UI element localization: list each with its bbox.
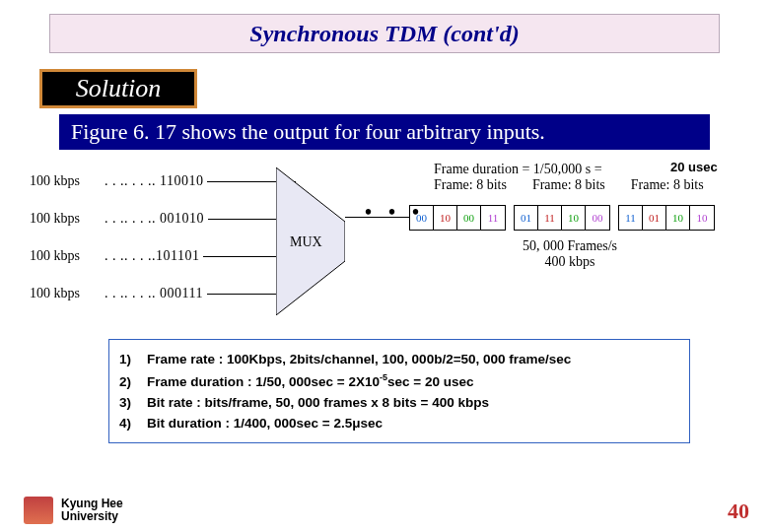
input-line-3: 100 kbps . . .. . . ..101101 — [30, 248, 292, 264]
input-bits-3: . . .. . . ..101101 — [105, 248, 199, 264]
figure-caption: Figure 6. 17 shows the output for four a… — [71, 119, 545, 145]
f2c2: 11 — [538, 206, 562, 230]
f2c4: 00 — [586, 206, 609, 230]
calculations-box: 1) Frame rate : 100Kbps, 2bits/channel, … — [108, 339, 690, 443]
frame-2: 01 11 10 00 — [514, 205, 610, 231]
input-rate-1: 100 kbps — [30, 173, 99, 189]
input-bits-2: . . .. . . .. 001010 — [105, 211, 204, 227]
frame-annotation: Frame duration = 1/50,000 s = Frame: 8 b… — [434, 162, 704, 193]
input-rate-4: 100 kbps — [30, 286, 99, 301]
f3c3: 10 — [666, 206, 690, 230]
input-line-4: 100 kbps . . .. . . .. 000111 — [30, 286, 296, 301]
calc-text-4: Bit duration : 1/400, 000sec = 2.5μsec — [147, 416, 383, 431]
input-rate-3: 100 kbps — [30, 248, 99, 264]
frame-bits-1: Frame: 8 bits — [434, 177, 507, 193]
calc-num-2: 2) — [119, 374, 147, 389]
output-frames: 00 10 00 11 01 11 10 00 11 01 10 10 — [409, 205, 715, 231]
calc-num-3: 3) — [119, 395, 147, 410]
mux-label: MUX — [290, 234, 322, 250]
f1c4: 11 — [481, 206, 505, 230]
f2c3: 10 — [562, 206, 586, 230]
calc-row-2: 2) Frame duration : 1/50, 000sec = 2X10-… — [119, 372, 679, 389]
out-rate-1: 50, 000 Frames/s — [523, 238, 617, 254]
out-rate-2: 400 kbps — [523, 254, 617, 270]
f1c2: 10 — [434, 206, 457, 230]
title-contd: (cont'd) — [443, 21, 519, 46]
frame-bits-2: Frame: 8 bits — [532, 177, 605, 193]
slide-title: Synchronous TDM (cont'd) — [49, 14, 720, 53]
calc-text-2: Frame duration : 1/50, 000sec = 2X10-5se… — [147, 372, 473, 389]
figure-caption-bar: Figure 6. 17 shows the output for four a… — [59, 114, 710, 150]
footer-text: Kyung Hee University — [61, 498, 123, 523]
input-bits-4: . . .. . . .. 000111 — [105, 286, 203, 301]
calc-text-1: Frame rate : 100Kbps, 2bits/channel, 100… — [147, 352, 571, 366]
calc-num-4: 4) — [119, 416, 147, 431]
title-text: Synchronous TDM (cont'd) — [249, 21, 519, 47]
calc-row-4: 4) Bit duration : 1/400, 000sec = 2.5μse… — [119, 416, 679, 431]
f1c1: 00 — [410, 206, 434, 230]
footer: Kyung Hee University — [24, 497, 123, 524]
mux-block: MUX — [276, 167, 345, 315]
input-rate-2: 100 kbps — [30, 211, 99, 227]
tdm-diagram: 100 kbps . . .. . . .. 110010 100 kbps .… — [30, 158, 739, 335]
calc-row-1: 1) Frame rate : 100Kbps, 2bits/channel, … — [119, 352, 679, 366]
output-rate: 50, 000 Frames/s 400 kbps — [523, 238, 617, 270]
input-bits-1: . . .. . . .. 110010 — [105, 173, 203, 189]
f1c3: 00 — [457, 206, 481, 230]
footer-line-2: University — [61, 510, 123, 523]
frame-duration-text: Frame duration = 1/50,000 s = — [434, 162, 704, 177]
university-logo-icon — [24, 497, 53, 524]
frame-3: 11 01 10 10 — [618, 205, 715, 231]
page-number: 40 — [728, 499, 749, 524]
calc-text-3: Bit rate : bits/frame, 50, 000 frames x … — [147, 395, 489, 410]
f2c1: 01 — [515, 206, 538, 230]
input-line-2: 100 kbps . . .. . . .. 001010 — [30, 211, 297, 227]
usec-annotation: 20 usec — [670, 160, 718, 174]
calc-row-3: 3) Bit rate : bits/frame, 50, 000 frames… — [119, 395, 679, 410]
f3c2: 01 — [643, 206, 666, 230]
solution-label-box: Solution — [39, 69, 197, 108]
title-main: Synchronous TDM — [249, 21, 443, 46]
frame-1: 00 10 00 11 — [409, 205, 506, 231]
input-line-1: 100 kbps . . .. . . .. 110010 — [30, 173, 296, 189]
frame-bits-3: Frame: 8 bits — [631, 177, 704, 193]
calc-text-2b: sec = 20 usec — [387, 374, 473, 389]
f3c1: 11 — [619, 206, 643, 230]
calc-text-2a: Frame duration : 1/50, 000sec = 2X10 — [147, 374, 380, 389]
calc-num-1: 1) — [119, 352, 147, 366]
solution-label: Solution — [76, 74, 162, 103]
f3c4: 10 — [690, 206, 714, 230]
calc-sup-2: -5 — [380, 372, 387, 382]
